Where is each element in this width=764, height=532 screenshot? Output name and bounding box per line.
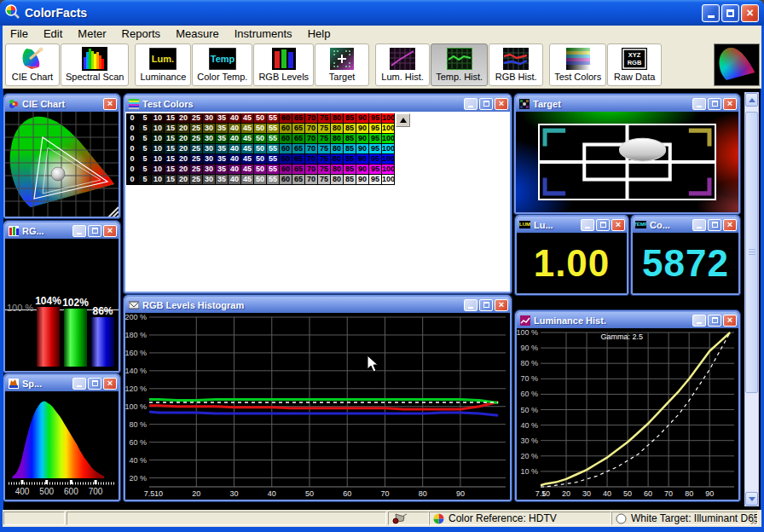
menu-item-meter[interactable]: Meter xyxy=(70,26,113,41)
window-close-button[interactable]: × xyxy=(723,98,737,110)
window-close-button[interactable]: × xyxy=(611,219,625,231)
toolbar-button-rgb-levels[interactable]: RGB Levels xyxy=(253,43,314,86)
test-color-cell-red-55[interactable]: 55 xyxy=(267,113,280,124)
test-color-cell-green-95[interactable]: 95 xyxy=(369,134,382,144)
menu-item-reports[interactable]: Reports xyxy=(114,26,169,41)
test-color-cell-blue-35[interactable]: 35 xyxy=(216,154,229,165)
test-color-cell-green-55[interactable]: 55 xyxy=(267,134,280,144)
test-color-cell-red-75[interactable]: 75 xyxy=(318,113,331,124)
test-color-cell-blue-90[interactable]: 90 xyxy=(356,154,369,165)
test-color-cell-blue-25[interactable]: 25 xyxy=(190,154,203,165)
test-color-cell-yellow-90[interactable]: 90 xyxy=(356,124,369,134)
test-color-cell-blue-55[interactable]: 55 xyxy=(267,154,280,165)
test-color-cell-cyan-20[interactable]: 20 xyxy=(177,144,190,154)
window-rgb-histogram-titlebar[interactable]: RGB Levels Histogram × xyxy=(125,297,510,313)
test-color-cell-blue-100[interactable]: 100 xyxy=(382,154,395,165)
test-color-cell-green-75[interactable]: 75 xyxy=(318,134,331,144)
test-color-cell-yellow-35[interactable]: 35 xyxy=(216,124,229,134)
window-cie-chart-titlebar[interactable]: CIE Chart × xyxy=(5,95,119,112)
test-color-cell-magenta-95[interactable]: 95 xyxy=(369,165,382,175)
window-maximize-button[interactable] xyxy=(479,299,493,311)
test-color-cell-magenta-85[interactable]: 85 xyxy=(344,165,356,175)
test-color-cell-red-65[interactable]: 65 xyxy=(292,113,305,124)
test-color-cell-magenta-55[interactable]: 55 xyxy=(267,165,280,175)
test-color-cell-cyan-5[interactable]: 5 xyxy=(139,144,152,154)
test-color-cell-white-55[interactable]: 55 xyxy=(267,175,280,185)
window-test-colors-titlebar[interactable]: Test Colors × xyxy=(125,95,510,112)
test-color-cell-red-0[interactable]: 0 xyxy=(126,113,139,124)
test-color-cell-red-95[interactable]: 95 xyxy=(369,113,382,124)
test-color-cell-white-30[interactable]: 30 xyxy=(203,175,216,185)
test-color-cell-white-50[interactable]: 50 xyxy=(254,175,267,185)
test-color-cell-green-60[interactable]: 60 xyxy=(280,134,292,144)
test-color-cell-green-80[interactable]: 80 xyxy=(331,134,344,144)
test-color-cell-blue-40[interactable]: 40 xyxy=(229,154,241,165)
test-color-cell-magenta-40[interactable]: 40 xyxy=(229,165,241,175)
menu-item-instruments[interactable]: Instruments xyxy=(227,26,300,41)
test-color-cell-red-40[interactable]: 40 xyxy=(229,113,241,124)
test-color-cell-red-20[interactable]: 20 xyxy=(177,113,190,124)
test-color-cell-red-50[interactable]: 50 xyxy=(254,113,267,124)
maximize-button[interactable] xyxy=(721,4,739,22)
test-color-cell-yellow-45[interactable]: 45 xyxy=(241,124,254,134)
test-color-cell-white-35[interactable]: 35 xyxy=(216,175,229,185)
window-maximize-button[interactable] xyxy=(708,315,721,327)
window-close-button[interactable]: × xyxy=(103,225,117,237)
toolbar-button-test-colors[interactable]: Test Colors xyxy=(549,43,606,86)
test-color-cell-blue-30[interactable]: 30 xyxy=(203,154,216,165)
test-color-cell-green-15[interactable]: 15 xyxy=(165,134,177,144)
window-minimize-button[interactable] xyxy=(581,219,594,231)
test-color-cell-green-50[interactable]: 50 xyxy=(254,134,267,144)
test-color-cell-white-75[interactable]: 75 xyxy=(318,175,331,185)
test-color-cell-red-70[interactable]: 70 xyxy=(305,113,318,124)
test-color-cell-green-25[interactable]: 25 xyxy=(190,134,203,144)
test-color-cell-yellow-40[interactable]: 40 xyxy=(229,124,241,134)
window-maximize-button[interactable] xyxy=(708,98,721,110)
test-color-cell-yellow-95[interactable]: 95 xyxy=(369,124,382,134)
test-color-cell-yellow-55[interactable]: 55 xyxy=(267,124,280,134)
test-color-cell-white-70[interactable]: 70 xyxy=(305,175,318,185)
test-color-cell-magenta-5[interactable]: 5 xyxy=(139,165,152,175)
test-color-cell-white-40[interactable]: 40 xyxy=(229,175,241,185)
test-color-cell-red-5[interactable]: 5 xyxy=(139,113,152,124)
test-color-cell-white-95[interactable]: 95 xyxy=(369,175,382,185)
test-color-cell-magenta-35[interactable]: 35 xyxy=(216,165,229,175)
test-color-cell-white-10[interactable]: 10 xyxy=(152,175,165,185)
window-maximize-button[interactable] xyxy=(88,378,101,390)
test-color-cell-cyan-85[interactable]: 85 xyxy=(344,144,356,154)
test-color-cell-blue-50[interactable]: 50 xyxy=(254,154,267,165)
test-color-cell-cyan-10[interactable]: 10 xyxy=(152,144,165,154)
window-maximize-button[interactable] xyxy=(708,219,721,231)
menu-item-edit[interactable]: Edit xyxy=(36,26,70,41)
menu-item-file[interactable]: File xyxy=(3,26,36,41)
test-color-cell-cyan-70[interactable]: 70 xyxy=(305,144,318,154)
test-color-cell-blue-60[interactable]: 60 xyxy=(280,154,292,165)
test-color-cell-cyan-15[interactable]: 15 xyxy=(165,144,177,154)
test-color-cell-green-45[interactable]: 45 xyxy=(241,134,254,144)
close-button[interactable]: × xyxy=(741,4,759,22)
test-color-cell-cyan-25[interactable]: 25 xyxy=(190,144,203,154)
test-color-cell-cyan-45[interactable]: 45 xyxy=(241,144,254,154)
test-color-cell-cyan-30[interactable]: 30 xyxy=(203,144,216,154)
test-color-cell-magenta-60[interactable]: 60 xyxy=(280,165,292,175)
scroll-up-button[interactable] xyxy=(745,93,758,107)
test-color-cell-red-85[interactable]: 85 xyxy=(344,113,356,124)
test-color-cell-cyan-0[interactable]: 0 xyxy=(126,144,139,154)
test-color-cell-red-60[interactable]: 60 xyxy=(280,113,292,124)
test-color-cell-red-100[interactable]: 100 xyxy=(382,113,395,124)
test-color-cell-yellow-30[interactable]: 30 xyxy=(203,124,216,134)
window-target-titlebar[interactable]: Target × xyxy=(516,95,738,112)
test-color-cell-yellow-0[interactable]: 0 xyxy=(126,124,139,134)
test-color-cell-blue-85[interactable]: 85 xyxy=(344,154,356,165)
test-color-cell-red-10[interactable]: 10 xyxy=(152,113,165,124)
mdi-vertical-scrollbar[interactable] xyxy=(744,92,759,506)
test-color-cell-yellow-25[interactable]: 25 xyxy=(190,124,203,134)
test-colors-scroll-up-button[interactable] xyxy=(396,113,410,127)
menu-item-measure[interactable]: Measure xyxy=(168,26,227,41)
window-minimize-button[interactable] xyxy=(464,299,478,311)
window-close-button[interactable]: × xyxy=(103,98,117,110)
window-minimize-button[interactable] xyxy=(692,98,706,110)
resize-grip[interactable] xyxy=(746,516,757,525)
test-color-cell-magenta-30[interactable]: 30 xyxy=(203,165,216,175)
test-color-cell-green-100[interactable]: 100 xyxy=(382,134,395,144)
